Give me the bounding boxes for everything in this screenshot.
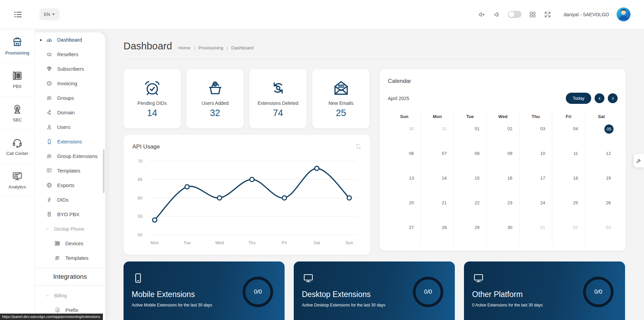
calendar-day-cell[interactable]: 04 <box>552 123 585 147</box>
sidebar-item-byo-pbx[interactable]: BYO PBX <box>35 207 105 222</box>
extension-card-title: Mobile Extensions <box>132 290 195 299</box>
breadcrumb-dashboard[interactable]: Dashboard <box>231 45 253 50</box>
sidebar-item-extensions[interactable]: Extensions <box>35 134 105 149</box>
customizer-tab[interactable] <box>634 154 644 167</box>
stat-label: Pending DIDs <box>137 100 166 106</box>
calendar-day-cell[interactable]: 11 <box>552 147 585 172</box>
calendar-day-cell[interactable]: 02 <box>552 222 585 246</box>
rail-item-provisioning[interactable]: Provisioning <box>0 29 35 63</box>
sidebar-item-group-extensions[interactable]: Group Extensions <box>35 149 105 163</box>
sidebar-item-subscribers[interactable]: Subscribers <box>35 62 105 76</box>
calendar-day-cell[interactable]: 20 <box>388 197 421 222</box>
menu-toggle-icon[interactable] <box>13 9 23 20</box>
sidebar-item-dashboard[interactable]: Dashboard <box>35 32 105 47</box>
calendar-day-cell[interactable]: 17 <box>519 172 552 197</box>
avatar[interactable] <box>617 7 630 21</box>
calendar-day-cell[interactable]: 02 <box>486 123 519 147</box>
calendar-day-number: 20 <box>409 200 414 205</box>
stat-value: 14 <box>147 108 157 118</box>
calendar-day-cell[interactable]: 22 <box>453 197 486 222</box>
announcement-icon[interactable] <box>493 11 501 18</box>
rail-item-pbx[interactable]: PBX <box>0 63 35 96</box>
prev-month-button[interactable] <box>595 93 604 103</box>
calendar-day-cell[interactable]: 13 <box>388 172 421 197</box>
sidebar-item-dids[interactable]: DIDs <box>35 192 105 207</box>
calendar-day-cell[interactable]: 05 <box>585 123 618 147</box>
calendar-day-cell[interactable]: 01 <box>519 222 552 246</box>
coin-icon: $ <box>46 80 52 87</box>
refresh-icon[interactable] <box>355 143 361 150</box>
sidebar-item-groups[interactable]: Groups <box>35 91 105 105</box>
sidebar-item-templates[interactable]: Templates <box>35 163 105 178</box>
calendar-day-cell[interactable]: 12 <box>585 147 618 172</box>
rail-item-call-center[interactable]: Call Center <box>0 130 35 163</box>
sidebar-item-invoicing[interactable]: $Invoicing <box>35 76 105 91</box>
calendar-day-cell[interactable]: 29 <box>453 222 486 246</box>
calendar-day-cell[interactable]: 30 <box>486 222 519 246</box>
calendar-day-number: 25 <box>573 200 578 205</box>
calendar-day-cell[interactable]: 18 <box>552 172 585 197</box>
apps-grid-icon[interactable] <box>529 11 536 18</box>
calendar-day-cell[interactable]: 08 <box>453 147 486 172</box>
next-month-button[interactable] <box>608 93 618 103</box>
calendar-day-cell[interactable]: 10 <box>519 147 552 172</box>
language-selector[interactable]: EN <box>39 8 60 20</box>
calendar-day-cell[interactable]: 25 <box>552 197 585 222</box>
today-button[interactable]: Today <box>566 93 591 104</box>
rail-item-analytics[interactable]: Analytics <box>0 163 35 197</box>
sidebar-scrollbar[interactable] <box>103 149 105 193</box>
calendar-today-badge: 05 <box>604 124 614 134</box>
sidebar-item-label: Prefix <box>65 307 78 313</box>
calendar-day-cell[interactable]: 15 <box>453 172 486 197</box>
calendar-day-cell[interactable]: 03 <box>519 123 552 147</box>
sidebar-item-domain[interactable]: Domain <box>35 105 105 120</box>
stat-label: New Emails <box>329 100 354 106</box>
sidebar-item-templates[interactable]: Templates <box>35 251 105 265</box>
calendar-day-cell[interactable]: 23 <box>486 197 519 222</box>
calendar-day-cell[interactable]: 16 <box>486 172 519 197</box>
sidebar-item-resellers[interactable]: Resellers <box>35 47 105 62</box>
calendar-day-header-tue: Tue <box>453 110 486 123</box>
sidebar-section-integrations: Integrations <box>35 268 105 285</box>
sidebar-item-label: Invoicing <box>57 81 77 86</box>
volume-icon[interactable] <box>478 11 486 18</box>
calendar-day-cell[interactable]: 21 <box>421 197 453 222</box>
calendar-day-cell[interactable]: 01 <box>453 123 486 147</box>
extension-card-title: Desktop Extensions <box>302 290 371 299</box>
sidebar-item-exports[interactable]: Exports <box>35 178 105 192</box>
theme-toggle[interactable] <box>508 11 521 18</box>
calendar-day-cell[interactable]: 24 <box>519 197 552 222</box>
breadcrumb-home[interactable]: Home <box>178 45 191 50</box>
svg-text:$: $ <box>49 82 50 85</box>
rail-item-sbc[interactable]: SBC <box>0 96 35 130</box>
calendar-day-number: 06 <box>409 151 414 156</box>
calendar-day-cell[interactable]: 30 <box>388 123 421 147</box>
calendar-day-cell[interactable]: 31 <box>421 123 453 147</box>
monitor-icon <box>303 272 314 284</box>
calendar-day-number: 26 <box>606 200 611 205</box>
breadcrumb-provisioning[interactable]: Provisioning <box>198 45 223 50</box>
calendar-day-cell[interactable]: 26 <box>585 197 618 222</box>
calendar-day-number: 30 <box>508 225 512 230</box>
calendar-day-cell[interactable]: 27 <box>388 222 421 246</box>
calendar-day-cell[interactable]: 03 <box>585 222 618 246</box>
sidebar-group-billing[interactable]: Billing <box>35 288 105 303</box>
sidebar-item-devices[interactable]: Devices <box>35 236 105 251</box>
calendar-day-cell[interactable]: 06 <box>388 147 421 172</box>
globe-icon <box>46 182 52 188</box>
calendar-day-cell[interactable]: 19 <box>585 172 618 197</box>
svg-text:Sat: Sat <box>314 241 320 245</box>
calendar-day-cell[interactable]: 28 <box>421 222 453 246</box>
sidebar-item-label: BYO PBX <box>57 211 80 217</box>
calendar-day-cell[interactable]: 14 <box>421 172 453 197</box>
calendar-day-cell[interactable]: 07 <box>421 147 453 172</box>
calendar-day-number: 01 <box>540 225 545 230</box>
breadcrumb-separator: | <box>227 45 228 50</box>
calendar-day-number: 15 <box>475 176 480 181</box>
sidebar-item-users[interactable]: Users <box>35 120 105 134</box>
fullscreen-icon[interactable] <box>544 11 551 18</box>
calendar-day-cell[interactable]: 09 <box>486 147 519 172</box>
rail-item-label: Provisioning <box>5 50 29 55</box>
sidebar-group-destop-phone[interactable]: Destop Phone <box>35 222 105 236</box>
user-name[interactable]: daniyal - SAEVOLGO <box>563 12 609 17</box>
